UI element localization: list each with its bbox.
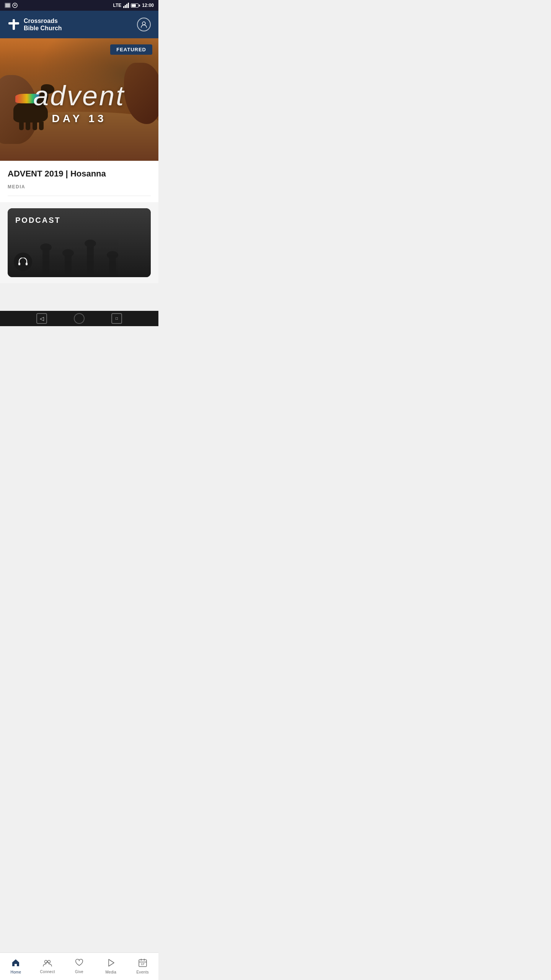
day-subtitle: DAY 13 [52,113,107,125]
featured-badge[interactable]: FEATURED [110,44,152,55]
svg-rect-7 [26,263,28,265]
cross-icon [8,18,20,31]
back-button[interactable]: ◁ [36,313,47,324]
svg-rect-4 [8,22,19,24]
svg-rect-1 [5,3,10,7]
android-nav-bar: ◁ □ [0,311,158,326]
user-icon [140,21,148,28]
microphone-illustration [8,231,151,277]
sermon-title[interactable]: ADVENT 2019 | Hosanna [8,168,151,180]
banner-text-overlay: advent DAY 13 [0,38,158,161]
profile-button[interactable] [137,18,151,31]
logo-text: Crossroads Bible Church [24,17,62,32]
status-left [5,3,18,8]
headphone-badge[interactable] [14,253,32,271]
category-label: MEDIA [8,184,151,189]
advent-title: advent [33,82,125,109]
app-header: Crossroads Bible Church [0,11,158,38]
recents-button[interactable] [74,313,85,324]
svg-rect-6 [18,263,20,265]
header-logo[interactable]: Crossroads Bible Church [8,17,62,32]
android-home-button[interactable]: □ [111,313,122,324]
sermon-content: ADVENT 2019 | Hosanna MEDIA [0,161,158,202]
podcast-label: PODCAST [15,216,61,225]
podcast-card[interactable]: PODCAST [8,208,151,277]
menu-icon [12,3,18,8]
status-right: LTE 12:00 [113,3,154,8]
safe-area-spacer [0,283,158,311]
time-display: 12:00 [142,3,154,8]
notification-icon [5,3,11,8]
signal-icon [123,3,129,8]
headphone-icon [18,258,28,266]
podcast-section: PODCAST [0,202,158,283]
content-divider [8,196,151,196]
featured-banner[interactable]: advent DAY 13 FEATURED [0,38,158,161]
svg-point-5 [142,22,145,25]
battery-icon [131,3,140,8]
status-bar: LTE 12:00 [0,0,158,11]
carrier-text: LTE [113,3,122,8]
